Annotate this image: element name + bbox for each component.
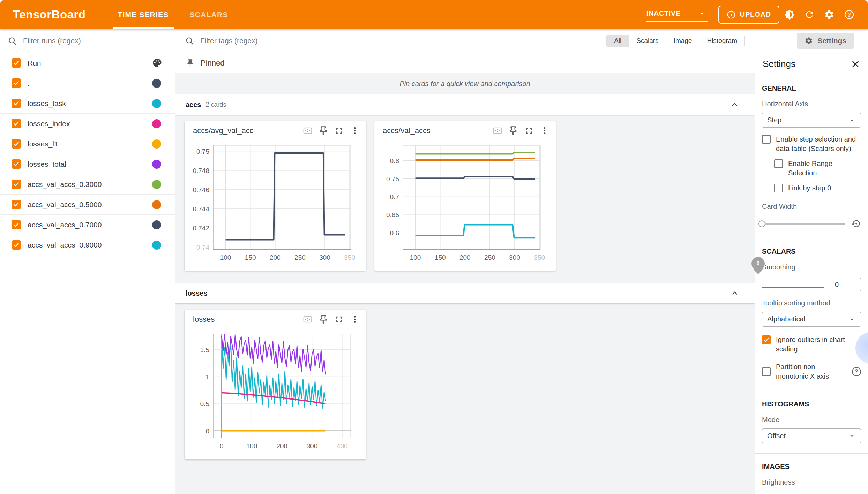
run-checkbox[interactable] bbox=[12, 159, 21, 169]
ignore-outliers-checkbox[interactable]: Ignore outliers in chart scaling bbox=[762, 335, 861, 354]
partition-x-checkbox[interactable]: Partition non-monotonic X axis ? bbox=[762, 362, 861, 381]
run-filter-input[interactable] bbox=[23, 37, 167, 45]
chart-avg-val-acc[interactable]: 0.7420.7440.7460.7480.750.74100150200250… bbox=[185, 140, 366, 271]
run-color-dot bbox=[152, 139, 161, 149]
more-options-icon[interactable] bbox=[538, 124, 551, 137]
help-icon[interactable]: ? bbox=[852, 367, 861, 376]
run-row-losses-index[interactable]: losses_index bbox=[0, 114, 175, 134]
fullscreen-icon[interactable] bbox=[333, 313, 345, 326]
run-color-dot bbox=[152, 99, 161, 108]
tooltip-sort-value: Alphabetical bbox=[767, 315, 805, 323]
smoothing-slider[interactable] bbox=[762, 287, 824, 288]
range-selection-checkbox[interactable]: Enable Range Selection bbox=[774, 159, 861, 178]
svg-text:0.75: 0.75 bbox=[386, 175, 399, 183]
filter-tab-all[interactable]: All bbox=[607, 35, 629, 47]
chevron-up-icon[interactable] bbox=[730, 289, 739, 298]
run-color-dot bbox=[152, 200, 161, 209]
card-header: accs/avg_val_acc bbox=[185, 121, 366, 140]
scalars-heading: SCALARS bbox=[762, 238, 861, 256]
checkbox-icon bbox=[762, 135, 771, 144]
pin-icon[interactable] bbox=[317, 124, 330, 137]
general-heading: GENERAL bbox=[762, 75, 861, 92]
run-checkbox[interactable] bbox=[12, 139, 21, 149]
close-icon[interactable] bbox=[848, 56, 863, 72]
svg-text:?: ? bbox=[847, 11, 851, 17]
run-checkbox[interactable] bbox=[12, 180, 21, 189]
pin-icon[interactable] bbox=[507, 124, 519, 137]
card-width-slider[interactable] bbox=[762, 223, 845, 225]
pin-icon bbox=[186, 59, 195, 68]
filter-tab-histogram[interactable]: Histogram bbox=[699, 35, 744, 47]
run-label: . bbox=[28, 79, 152, 88]
run-checkbox[interactable] bbox=[12, 58, 21, 68]
upload-button[interactable]: UPLOAD bbox=[718, 6, 779, 24]
slider-thumb[interactable] bbox=[758, 220, 765, 227]
fullscreen-icon[interactable] bbox=[333, 124, 345, 137]
chart-losses[interactable]: 00.511.50100200300400 bbox=[185, 328, 366, 459]
settings-panel-toolbar: Settings bbox=[755, 29, 868, 53]
more-options-icon[interactable] bbox=[349, 313, 361, 326]
tag-type-filter-group: AllScalarsImageHistogram bbox=[606, 35, 745, 47]
caret-down-icon bbox=[848, 116, 856, 124]
run-checkbox[interactable] bbox=[12, 119, 21, 128]
section-header-losses[interactable]: losses bbox=[175, 283, 755, 303]
filter-tab-scalars[interactable]: Scalars bbox=[629, 35, 666, 47]
histogram-mode-select[interactable]: Offset bbox=[762, 428, 861, 443]
tooltip-sort-select[interactable]: Alphabetical bbox=[762, 312, 861, 327]
header-actions: INACTIVE UPLOAD ? bbox=[646, 5, 859, 24]
smoothing-input[interactable] bbox=[830, 278, 861, 291]
run-label: losses_index bbox=[28, 120, 152, 128]
run-list: Run.losses_tasklosses_indexlosses_l1loss… bbox=[0, 53, 175, 255]
palette-icon[interactable] bbox=[152, 58, 162, 68]
card-width-label: Card Width bbox=[762, 203, 861, 211]
run-color-dot bbox=[152, 79, 161, 88]
run-row-losses-total[interactable]: losses_total bbox=[0, 154, 175, 174]
smoothing-label-row: 0 Smoothing bbox=[762, 263, 861, 271]
fit-to-domain-icon[interactable] bbox=[301, 313, 314, 326]
run-checkbox[interactable] bbox=[12, 240, 21, 250]
settings-panel: Settings Settings GENERAL Horizontal Axi… bbox=[755, 29, 868, 494]
chevron-up-icon[interactable] bbox=[730, 100, 739, 109]
more-options-icon[interactable] bbox=[349, 124, 361, 137]
run-row-dot[interactable]: . bbox=[0, 73, 175, 93]
horizontal-axis-select[interactable]: Step bbox=[762, 113, 861, 128]
run-checkbox[interactable] bbox=[12, 200, 21, 209]
range-selection-label: Enable Range Selection bbox=[788, 159, 861, 178]
run-label: accs_val_accs_0.5000 bbox=[28, 200, 152, 209]
tab-scalars[interactable]: SCALARS bbox=[179, 0, 239, 29]
chart-val-accs[interactable]: 0.60.650.70.750.8100150200250300350 bbox=[374, 140, 556, 271]
refresh-icon[interactable] bbox=[799, 5, 819, 24]
fit-to-domain-icon[interactable] bbox=[491, 124, 504, 137]
link-step-label: Link by step 0 bbox=[788, 183, 831, 193]
section-header-accs[interactable]: accs 2 cards bbox=[175, 94, 755, 115]
section-title: losses bbox=[186, 289, 207, 297]
card-toolbar bbox=[491, 124, 551, 137]
run-checkbox[interactable] bbox=[12, 99, 21, 108]
run-row-run[interactable]: Run bbox=[0, 53, 175, 73]
run-row-accs-val-accs-0-7000[interactable]: accs_val_accs_0.7000 bbox=[0, 215, 175, 235]
run-checkbox[interactable] bbox=[12, 78, 21, 88]
run-row-losses-task[interactable]: losses_task bbox=[0, 93, 175, 114]
fullscreen-icon[interactable] bbox=[523, 124, 535, 137]
status-dropdown[interactable]: INACTIVE bbox=[646, 7, 708, 22]
run-checkbox[interactable] bbox=[12, 220, 21, 229]
run-row-losses-l1[interactable]: losses_l1 bbox=[0, 134, 175, 154]
app-logo: TensorBoard bbox=[13, 8, 85, 21]
run-row-accs-val-accs-0-5000[interactable]: accs_val_accs_0.5000 bbox=[0, 195, 175, 215]
dark-mode-icon[interactable] bbox=[779, 5, 799, 24]
run-color-dot bbox=[152, 220, 161, 229]
help-icon[interactable]: ? bbox=[839, 5, 859, 24]
tab-time-series[interactable]: TIME SERIES bbox=[107, 0, 179, 29]
tag-filter-input[interactable] bbox=[200, 37, 600, 45]
link-step-checkbox[interactable]: Link by step 0 bbox=[774, 183, 861, 193]
run-row-accs-val-accs-0-9000[interactable]: accs_val_accs_0.9000 bbox=[0, 235, 175, 255]
run-row-accs-val-accs-0-3000[interactable]: accs_val_accs_0.3000 bbox=[0, 174, 175, 195]
filter-tab-image[interactable]: Image bbox=[666, 35, 699, 47]
fit-to-domain-icon[interactable] bbox=[301, 124, 314, 137]
settings-gear-icon[interactable] bbox=[819, 5, 839, 24]
pin-icon[interactable] bbox=[317, 313, 330, 326]
reset-icon[interactable] bbox=[852, 219, 861, 228]
settings-button[interactable]: Settings bbox=[797, 33, 854, 49]
gear-icon bbox=[805, 37, 813, 45]
step-selection-checkbox[interactable]: Enable step selection and data table (Sc… bbox=[762, 135, 861, 153]
